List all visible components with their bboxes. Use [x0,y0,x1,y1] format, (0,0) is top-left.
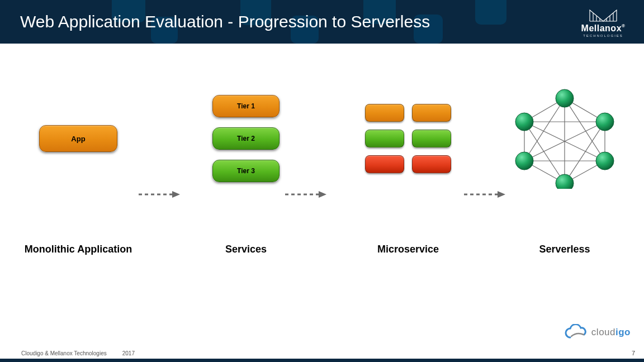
micro-box [412,104,451,122]
svg-point-23 [596,152,614,170]
svg-marker-28 [172,191,180,198]
brand-sub: TECHNOLOGIES [572,34,634,37]
micro-box [365,130,404,147]
label-microservice: Microservice [377,244,439,255]
column-microservice: Microservice [347,44,470,340]
brand-name: Mellanox [581,23,622,33]
svg-marker-32 [498,191,505,198]
cloudigo-text: cloudigo [591,327,631,338]
slide: Web Application Evaluation - Progression… [0,0,644,362]
slide-content: App Monolithic Application Tier 1 Tier 2… [0,44,644,340]
bridge-icon [589,8,618,22]
tier-box-3: Tier 3 [212,160,280,182]
micro-box [412,130,451,147]
svg-line-19 [524,122,565,183]
column-monolithic: App Monolithic Application [22,44,134,340]
column-serverless: Serverless [503,44,626,340]
micro-box [365,104,404,122]
svg-point-24 [556,174,574,189]
label-services: Services [225,244,267,255]
tier-box-2: Tier 2 [212,127,280,150]
label-monolithic: Monolithic Application [25,244,132,255]
svg-line-9 [524,98,565,161]
microservice-grid [365,104,451,173]
arrow-icon [285,190,327,199]
svg-marker-30 [319,191,326,198]
svg-line-7 [565,98,605,161]
arrow-icon [139,190,181,199]
svg-point-25 [515,152,533,170]
svg-point-26 [515,113,533,131]
app-box: App [39,125,117,152]
svg-point-21 [556,89,574,107]
cloud-icon [564,324,588,341]
page-title: Web Application Evaluation - Progression… [20,12,430,31]
micro-box [412,155,451,173]
label-serverless: Serverless [539,244,590,255]
svg-line-12 [565,122,605,183]
slide-footer: Cloudigo & Mellanox Technologies2017 7 [0,340,644,362]
footer-bar [0,359,644,362]
arrow-icon [464,190,506,199]
slide-header: Web Application Evaluation - Progression… [0,0,644,44]
tier-box-1: Tier 1 [212,95,280,117]
page-number: 7 [632,350,635,356]
footer-copyright: Cloudigo & Mellanox Technologies2017 [21,350,135,356]
micro-box [365,155,404,173]
mellanox-logo: Mellanox® TECHNOLOGIES [572,8,634,37]
svg-point-22 [596,113,614,131]
serverless-mesh-icon [509,88,621,189]
cloudigo-logo: cloudigo [564,324,631,341]
